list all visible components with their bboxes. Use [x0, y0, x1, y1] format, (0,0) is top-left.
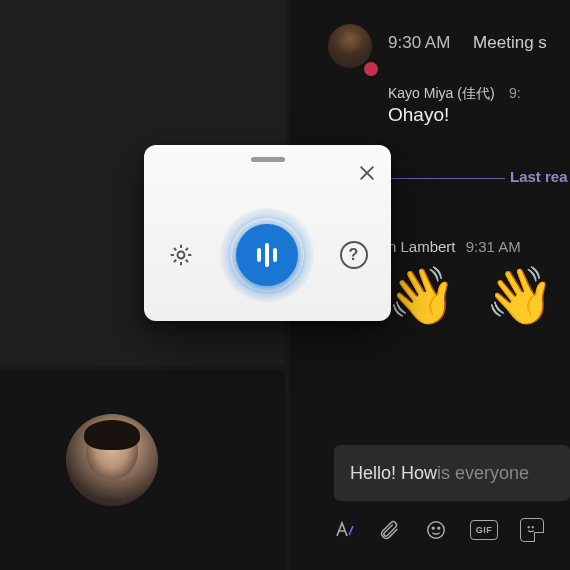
emoji-icon[interactable]	[424, 518, 448, 542]
header-time: 9:30 AM	[388, 33, 450, 52]
svg-point-2	[438, 527, 440, 529]
header-title: Meeting s	[473, 33, 547, 52]
sticker-icon[interactable]	[520, 518, 544, 542]
compose-toolbar: GIF	[332, 518, 544, 542]
compose-typed-text: Hello! How	[350, 463, 437, 484]
compose-input[interactable]: Hello! How is everyone	[334, 445, 570, 501]
message-time: 9:	[509, 85, 521, 101]
svg-point-3	[528, 527, 529, 528]
format-icon[interactable]	[332, 518, 356, 542]
attach-icon[interactable]	[378, 518, 402, 542]
voice-control-popup: ?	[144, 145, 391, 321]
help-icon[interactable]: ?	[340, 241, 368, 269]
message-header: Kayo Miya (佳代) 9:	[388, 84, 521, 103]
compose-placeholder-rest: is everyone	[437, 463, 529, 484]
message-time: 9:31 AM	[466, 238, 521, 255]
message-text: Ohayo!	[388, 104, 449, 126]
presence-busy-icon	[362, 60, 380, 78]
svg-point-5	[177, 252, 184, 259]
avatar[interactable]	[66, 414, 158, 506]
last-read-label: Last rea	[510, 168, 568, 185]
gif-icon[interactable]: GIF	[470, 520, 498, 540]
svg-point-1	[432, 527, 434, 529]
sender-name: Kayo Miya (佳代)	[388, 85, 495, 101]
drag-handle[interactable]	[251, 157, 285, 162]
chat-header: 9:30 AM Meeting s	[388, 33, 547, 53]
close-icon[interactable]	[357, 163, 377, 183]
gear-icon[interactable]	[168, 242, 194, 268]
sender-name: n Lambert	[388, 238, 456, 255]
message-emoji: 👋 👋	[387, 263, 561, 329]
svg-point-0	[428, 522, 445, 539]
svg-point-4	[532, 527, 533, 528]
last-read-divider	[385, 178, 505, 179]
message-header: n Lambert 9:31 AM	[388, 238, 521, 255]
voice-mic-button[interactable]	[224, 212, 310, 298]
